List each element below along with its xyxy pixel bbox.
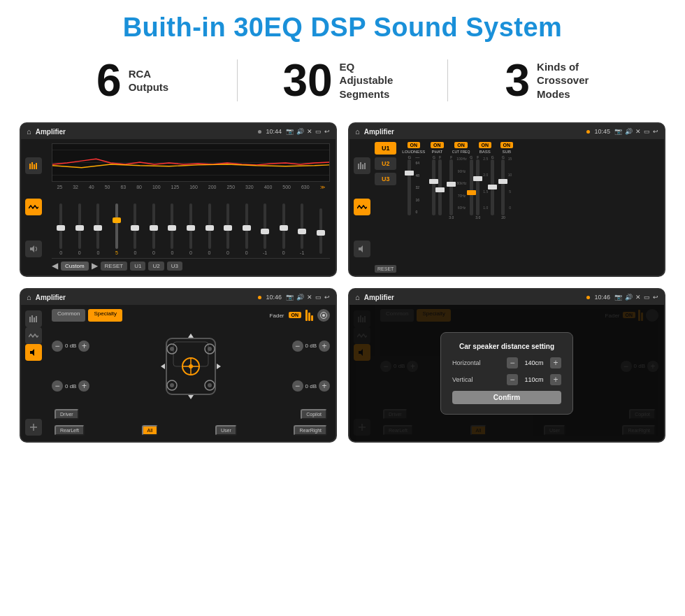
phat-on[interactable]: ON	[431, 142, 444, 148]
u3-btn[interactable]: U3	[167, 262, 182, 271]
db-plus-rl[interactable]: +	[78, 380, 89, 392]
preset-u1[interactable]: U1	[375, 142, 396, 155]
db-plus-rr[interactable]: +	[319, 380, 330, 392]
svg-point-28	[208, 347, 212, 351]
camera-icon4: 📷	[614, 294, 622, 301]
confirm-button[interactable]: Confirm	[452, 391, 561, 404]
screen4-title: Amplifier	[364, 294, 583, 301]
u1-btn[interactable]: U1	[130, 262, 145, 271]
btn-rearright[interactable]: RearRight	[294, 425, 327, 436]
db-minus-fr[interactable]: −	[292, 341, 303, 352]
screen-fader-dialog: ⌂ Amplifier 10:46 📷 🔊 ✕ ▭ ↩	[348, 288, 665, 443]
svg-rect-13	[36, 316, 37, 322]
reset-btn[interactable]: RESET	[101, 262, 128, 271]
preset-u2[interactable]: U2	[375, 157, 396, 170]
cutfreq-on[interactable]: ON	[454, 142, 468, 148]
db-value-rl: 0 dB	[65, 383, 76, 389]
eq-icon2[interactable]	[354, 157, 370, 174]
loudness-on[interactable]: ON	[408, 142, 421, 148]
wave-icon2[interactable]	[354, 199, 370, 215]
svg-marker-36	[217, 364, 221, 369]
stats-row: 6 RCAOutputs 30 EQ AdjustableSegments 3 …	[0, 51, 685, 115]
channel-cutfreq: ON CUT FREQ F 3.0 100Hz90Hz80kHz70Hz60Hz	[449, 142, 473, 273]
db-minus-rr[interactable]: −	[292, 380, 303, 392]
screen4-icons: 📷 🔊 ✕ ▭ ↩	[614, 294, 658, 301]
fader-label: Fader	[270, 313, 284, 319]
screen3-icons: 📷 🔊 ✕ ▭ ↩	[286, 294, 330, 301]
svg-marker-14	[30, 349, 34, 356]
db-plus-fr[interactable]: +	[319, 341, 330, 352]
screen2-topbar: ⌂ Amplifier 10:45 📷 🔊 ✕ ▭ ↩	[349, 124, 664, 139]
tab-common[interactable]: Common	[52, 309, 85, 322]
custom-btn[interactable]: Custom	[61, 262, 89, 271]
speaker-btn-row-top: Driver Copilot	[52, 408, 330, 421]
home-icon2[interactable]: ⌂	[355, 127, 360, 136]
wave-icon[interactable]	[25, 199, 42, 215]
vertical-minus[interactable]: −	[507, 374, 518, 385]
fader-main: Common Specialty Fader ON	[46, 305, 336, 441]
horizontal-plus[interactable]: +	[550, 357, 561, 368]
btn-all[interactable]: All	[142, 425, 159, 436]
camera-icon: 📷	[286, 128, 294, 135]
prev-arrow[interactable]: ◀	[52, 261, 58, 271]
speaker-icon2[interactable]	[354, 241, 370, 257]
screen4-body: Common Specialty Fader ON −0 dB+	[349, 305, 664, 441]
screen-eq: ⌂ Amplifier 10:44 📷 🔊 ✕ ▭ ↩	[20, 122, 337, 277]
bass-on[interactable]: ON	[479, 142, 492, 148]
horizontal-minus[interactable]: −	[507, 357, 518, 368]
screen2-time: 10:45	[594, 128, 610, 135]
expand-icon3[interactable]	[25, 419, 42, 436]
fader-bars	[305, 310, 313, 321]
u2-btn[interactable]: U2	[148, 262, 164, 271]
eq-icon3[interactable]	[25, 310, 42, 327]
stat-crossover: 3 Kinds ofCrossover Modes	[448, 58, 657, 103]
speaker-layout: − 0 dB + − 0 dB +	[52, 327, 330, 405]
home-icon4[interactable]: ⌂	[355, 293, 360, 301]
crossover-presets: U1 U2 U3 RESET	[375, 139, 396, 275]
btn-user[interactable]: User	[215, 425, 237, 436]
wave-icon3[interactable]	[25, 327, 42, 344]
fader-on-badge[interactable]: ON	[289, 312, 302, 318]
svg-rect-10	[29, 317, 31, 322]
close-icon3: ✕	[307, 294, 312, 301]
settings-icon[interactable]	[317, 309, 330, 322]
channel-sub: ON SUB G 20 151050	[497, 142, 517, 273]
tab-specialty[interactable]: Specialty	[88, 309, 122, 322]
svg-marker-35	[161, 364, 165, 369]
svg-point-32	[208, 383, 212, 387]
svg-rect-12	[34, 317, 35, 322]
home-icon3[interactable]: ⌂	[27, 293, 31, 301]
screen3-topbar: ⌂ Amplifier 10:46 📷 🔊 ✕ ▭ ↩	[21, 289, 336, 305]
camera-icon2: 📷	[614, 128, 622, 135]
speaker-btn-row-bottom: RearLeft All User RearRight	[52, 424, 330, 437]
volume-icon3: 🔊	[296, 294, 304, 301]
preset-u3[interactable]: U3	[375, 173, 396, 185]
svg-marker-4	[30, 245, 34, 252]
btn-driver[interactable]: Driver	[55, 409, 79, 420]
home-icon[interactable]: ⌂	[27, 127, 31, 136]
vertical-label: Vertical	[452, 376, 491, 383]
svg-marker-34	[188, 395, 194, 399]
speaker-icon[interactable]	[25, 241, 42, 257]
minimize-icon2: ▭	[644, 128, 650, 135]
vertical-plus[interactable]: +	[550, 374, 561, 385]
stat-label-eq: EQ AdjustableSegments	[340, 60, 403, 101]
back-icon3: ↩	[324, 294, 330, 301]
sub-on[interactable]: ON	[500, 142, 514, 148]
svg-rect-3	[36, 163, 37, 169]
channel-bass: ON BASS F 3.0 2.52.01.51.0	[475, 142, 495, 273]
back-icon4: ↩	[653, 294, 658, 301]
car-diagram-svg	[159, 328, 222, 405]
db-minus-rl[interactable]: −	[52, 380, 63, 392]
btn-copilot[interactable]: Copilot	[301, 409, 327, 420]
status-dot4	[586, 296, 590, 299]
stat-number-eq: 30	[282, 58, 332, 103]
db-plus-fl[interactable]: +	[78, 341, 89, 352]
db-minus-fl[interactable]: −	[52, 341, 63, 352]
eq-icon[interactable]	[25, 157, 42, 174]
next-arrow[interactable]: ▶	[92, 261, 98, 271]
crossover-reset-btn[interactable]: RESET	[375, 265, 396, 273]
btn-rearleft[interactable]: RearLeft	[55, 425, 85, 436]
speaker-icon3[interactable]	[25, 344, 42, 361]
dialog-horizontal-row: Horizontal − 140cm +	[452, 357, 561, 368]
